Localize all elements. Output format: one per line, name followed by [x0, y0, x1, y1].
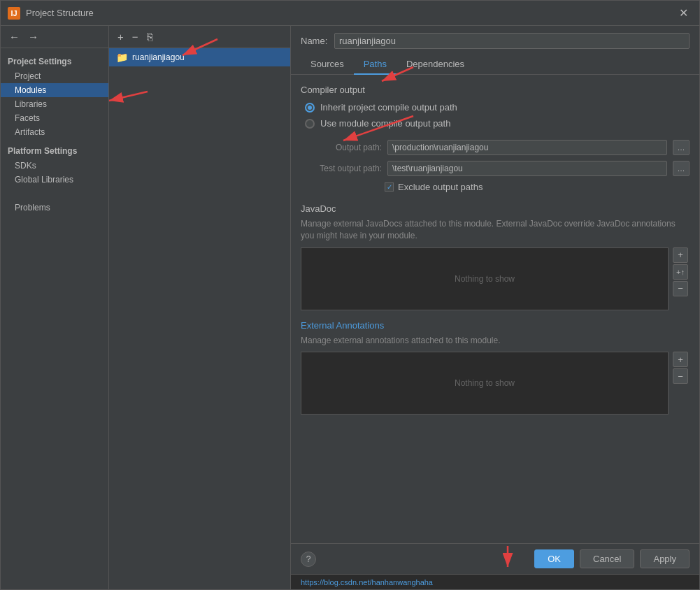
name-row: Name:: [291, 26, 699, 55]
module-name-input[interactable]: [334, 33, 690, 49]
javadoc-actions: + +↑ −: [673, 247, 688, 296]
status-bar: https://blog.csdn.net/hanhanwanghaha: [291, 574, 699, 589]
sidebar-item-facets[interactable]: Facets: [1, 111, 108, 125]
ok-button[interactable]: OK: [534, 549, 574, 568]
external-annotations-list-wrapper: Nothing to show + −: [301, 352, 669, 415]
use-module-radio-button[interactable]: [305, 119, 315, 129]
javadoc-empty-label: Nothing to show: [455, 274, 515, 284]
close-button[interactable]: ✕: [675, 5, 692, 21]
status-url: https://blog.csdn.net/hanhanwanghaha: [301, 578, 433, 587]
javadoc-section-header: JavaDoc: [301, 203, 690, 214]
tab-dependencies[interactable]: Dependencies: [397, 55, 474, 75]
external-annotations-list: Nothing to show: [301, 352, 669, 415]
test-output-path-input[interactable]: [387, 161, 667, 176]
help-button[interactable]: ?: [301, 552, 316, 567]
compiler-output-radio-group: Inherit project compile output path Use …: [301, 102, 690, 129]
test-output-path-browse-button[interactable]: …: [673, 161, 690, 176]
add-module-button[interactable]: +: [115, 29, 127, 44]
sidebar-item-sdks[interactable]: SDKs: [1, 159, 108, 173]
copy-module-button[interactable]: ⎘: [144, 29, 156, 44]
inherit-radio-item[interactable]: Inherit project compile output path: [305, 102, 690, 113]
javadoc-add-url-button[interactable]: +↑: [673, 264, 688, 280]
project-structure-dialog: IJ Project Structure ✕ ← → + − ⎘: [0, 0, 700, 590]
dialog-footer: ? OK Cancel Apply: [291, 543, 699, 574]
apply-button[interactable]: Apply: [640, 549, 690, 568]
javadoc-add-button[interactable]: +: [673, 247, 688, 263]
sidebar-nav: Project Settings Project Modules Librari…: [1, 48, 109, 589]
module-folder-icon: 📁: [116, 52, 128, 63]
inherit-radio-label: Inherit project compile output path: [320, 102, 457, 113]
platform-settings-label: Platform Settings: [1, 139, 108, 159]
javadoc-list: Nothing to show: [301, 247, 669, 310]
dialog-title: Project Structure: [26, 8, 675, 18]
use-module-radio-item[interactable]: Use module compile output path: [305, 118, 690, 129]
module-item-label: ruanjianjiagou: [132, 52, 185, 62]
external-annotations-remove-button[interactable]: −: [673, 368, 688, 384]
javadoc-remove-button[interactable]: −: [673, 281, 688, 296]
left-toolbar: ← → + − ⎘: [1, 26, 290, 48]
module-item-ruanjianjiagou[interactable]: 📁 ruanjianjiagou: [109, 48, 290, 66]
external-annotations-description: Manage external annotations attached to …: [301, 335, 690, 347]
tabs-bar: Sources Paths Dependencies: [291, 55, 699, 75]
sidebar-item-project[interactable]: Project: [1, 69, 108, 83]
right-panel: Name: Sources Paths Dependencies Compile…: [291, 26, 699, 589]
javadoc-description: Manage external JavaDocs attached to thi…: [301, 218, 690, 242]
name-label: Name:: [301, 36, 329, 46]
left-combined-content: Project Settings Project Modules Librari…: [1, 48, 290, 589]
main-content: ← → + − ⎘ Project Settings Project Modul…: [1, 26, 699, 589]
cancel-button[interactable]: Cancel: [580, 549, 634, 568]
test-output-path-row: Test output path: …: [301, 161, 690, 176]
external-annotations-empty-label: Nothing to show: [455, 378, 515, 388]
tab-sources[interactable]: Sources: [301, 55, 354, 75]
javadoc-list-wrapper: Nothing to show + +↑ −: [301, 247, 669, 310]
exclude-output-paths-checkbox[interactable]: [385, 182, 394, 192]
nav-forward-button[interactable]: →: [25, 29, 41, 44]
use-module-radio-label: Use module compile output path: [320, 118, 450, 129]
inherit-radio-button[interactable]: [305, 103, 315, 113]
app-icon: IJ: [8, 7, 20, 20]
sidebar-item-artifacts[interactable]: Artifacts: [1, 125, 108, 139]
sidebar-item-problems[interactable]: Problems: [1, 201, 108, 215]
external-annotations-add-button[interactable]: +: [673, 352, 688, 367]
external-annotations-actions: + −: [673, 352, 688, 384]
sidebar-item-modules[interactable]: Modules: [1, 83, 108, 97]
test-output-path-label: Test output path:: [305, 164, 382, 173]
sidebar-item-libraries[interactable]: Libraries: [1, 97, 108, 111]
module-list: 📁 ruanjianjiagou: [109, 48, 290, 589]
exclude-output-paths-label: Exclude output paths: [398, 182, 483, 192]
left-panel: ← → + − ⎘ Project Settings Project Modul…: [1, 26, 291, 589]
project-settings-label: Project Settings: [1, 52, 108, 69]
remove-module-button[interactable]: −: [129, 29, 141, 44]
nav-back-button[interactable]: ←: [6, 29, 22, 44]
output-path-row: Output path: …: [301, 140, 690, 155]
title-bar: IJ Project Structure ✕: [1, 1, 699, 26]
output-path-browse-button[interactable]: …: [673, 140, 690, 155]
tab-paths[interactable]: Paths: [354, 55, 397, 75]
compiler-output-label: Compiler output: [301, 85, 690, 95]
external-annotations-header: External Annotations: [301, 320, 690, 331]
paths-panel-content: Compiler output Inherit project compile …: [291, 75, 699, 543]
exclude-checkbox-row: Exclude output paths: [301, 182, 690, 192]
sidebar-item-global-libraries[interactable]: Global Libraries: [1, 173, 108, 187]
output-path-input[interactable]: [387, 140, 667, 155]
module-list-panel: 📁 ruanjianjiagou: [109, 48, 290, 589]
output-path-label: Output path:: [305, 143, 382, 152]
